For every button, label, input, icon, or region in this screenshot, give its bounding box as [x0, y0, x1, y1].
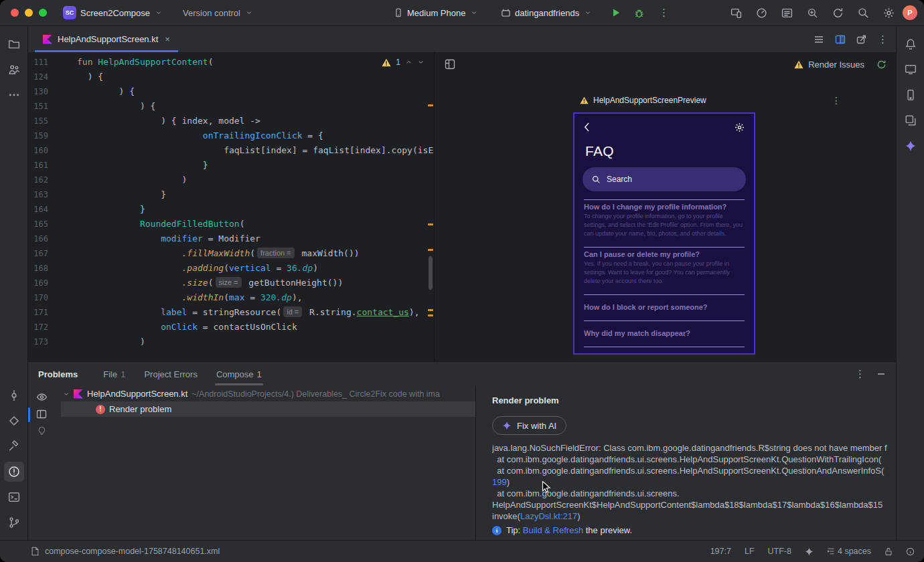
- pull-requests-icon[interactable]: [4, 60, 24, 80]
- device-manager-icon[interactable]: [901, 85, 921, 105]
- gemini-icon[interactable]: [901, 136, 921, 156]
- problems-file-path: ~/AndroidStudioProjects/4.) Deliverables…: [191, 389, 440, 399]
- warning-stripe[interactable]: [428, 104, 433, 106]
- project-name: Screen2Compose: [80, 8, 150, 18]
- preview-more-vert-icon[interactable]: ⋮: [832, 95, 841, 106]
- problems-tab-compose[interactable]: Compose1: [216, 362, 262, 386]
- lock-icon[interactable]: [884, 547, 893, 556]
- error-icon: !: [96, 405, 105, 414]
- device-selector[interactable]: Medium Phone: [394, 0, 477, 25]
- panel-divider[interactable]: [475, 386, 476, 541]
- vcs-selector[interactable]: Version control: [183, 0, 252, 25]
- close-tab-icon[interactable]: ×: [165, 34, 170, 44]
- render-problem-row[interactable]: ! Render problem: [61, 401, 475, 417]
- problems-file-row[interactable]: HelpAndSupportScreen.kt ~/AndroidStudioP…: [55, 386, 475, 401]
- search-placeholder: Search: [607, 175, 632, 184]
- more-actions-button[interactable]: ⋮: [659, 0, 669, 25]
- code-editor[interactable]: 111fun HelpAndSupportContent(124) {130) …: [28, 52, 435, 361]
- search-bar[interactable]: Search: [583, 167, 746, 191]
- device-mirror-icon[interactable]: [730, 7, 742, 19]
- detach-editor-icon[interactable]: [856, 34, 867, 45]
- trace-link[interactable]: 199: [492, 477, 507, 487]
- gradle-sync-icon[interactable]: [832, 7, 844, 19]
- prev-problem-icon[interactable]: [405, 60, 412, 65]
- back-icon[interactable]: [584, 122, 590, 132]
- warning-stripe[interactable]: [428, 314, 433, 316]
- inspections-widget[interactable]: 1: [382, 58, 425, 67]
- stack-trace: java.lang.NoSuchFieldError: Class com.ib…: [492, 442, 896, 522]
- run-configuration-selector[interactable]: datingandfriends: [501, 0, 591, 25]
- editor-tab-helpandsupport[interactable]: HelpAndSupportScreen.kt ×: [35, 26, 178, 52]
- problems-tab-file[interactable]: File1: [103, 362, 125, 386]
- build-variants-icon[interactable]: [4, 411, 24, 431]
- app-insights-icon[interactable]: [807, 7, 818, 19]
- fix-with-ai-button[interactable]: Fix with AI: [492, 416, 566, 435]
- project-tool-icon[interactable]: [4, 34, 24, 54]
- render-issues-button[interactable]: Render Issues: [794, 60, 864, 70]
- indent-setting[interactable]: 4 spaces: [827, 547, 871, 556]
- right-activity-bar: [896, 26, 924, 541]
- warning-stripe[interactable]: [428, 309, 433, 311]
- warning-stripe[interactable]: [428, 249, 433, 251]
- settings-gear-icon[interactable]: [735, 122, 745, 132]
- preview-problems-eye-icon[interactable]: [36, 391, 48, 403]
- info-icon: i: [492, 526, 502, 535]
- problems-title: Problems: [38, 369, 78, 379]
- more-tool-windows-icon[interactable]: [4, 85, 24, 105]
- notifications-icon[interactable]: [901, 34, 921, 54]
- editor-scrollbar[interactable]: [429, 256, 433, 290]
- split-editor-icon[interactable]: [835, 34, 846, 45]
- gemini-icon: [502, 421, 512, 430]
- line-ending[interactable]: LF: [745, 547, 755, 556]
- refresh-preview-icon[interactable]: [876, 60, 887, 70]
- problems-panel: Problems File1Project ErrorsCompose1 ⋮ H…: [28, 361, 896, 541]
- phone-preview[interactable]: FAQ Search How do I change my profile in…: [573, 112, 755, 355]
- caret-position[interactable]: 197:7: [710, 547, 731, 556]
- editor-list-icon[interactable]: [814, 34, 824, 45]
- resource-manager-icon[interactable]: [901, 110, 921, 130]
- file-encoding[interactable]: UTF-8: [768, 547, 791, 556]
- more-vert-icon[interactable]: ⋮: [878, 33, 888, 45]
- build-tool-icon[interactable]: [4, 436, 24, 456]
- status-info-icon[interactable]: [906, 547, 915, 556]
- warning-stripe[interactable]: [428, 223, 433, 225]
- preview-title-row[interactable]: HelpAndSupportScreenPreview ⋮: [580, 95, 841, 106]
- logcat-icon[interactable]: [781, 7, 793, 19]
- faq-question[interactable]: Why did my match disappear?: [584, 329, 745, 337]
- close-window-button[interactable]: [11, 9, 19, 17]
- faq-question[interactable]: Can I pause or delete my profile?: [584, 250, 745, 258]
- commit-tool-icon[interactable]: [4, 385, 24, 405]
- search-icon[interactable]: [858, 7, 869, 19]
- faq-list: How do I change my profile information?T…: [584, 199, 745, 353]
- build-refresh-link[interactable]: Build & Refresh: [523, 525, 583, 535]
- settings-gear-icon[interactable]: [883, 7, 895, 19]
- quickfix-lightbulb-icon[interactable]: [37, 426, 47, 436]
- fullscreen-window-button[interactable]: [39, 9, 47, 17]
- faq-question[interactable]: How do I change my profile information?: [584, 203, 745, 211]
- faq-question[interactable]: How do I block or report someone?: [584, 303, 745, 311]
- version-control-icon[interactable]: [4, 512, 24, 533]
- user-avatar[interactable]: P: [903, 5, 917, 20]
- hide-panel-icon[interactable]: [877, 370, 885, 378]
- next-problem-icon[interactable]: [417, 60, 425, 65]
- running-devices-icon[interactable]: [901, 60, 921, 80]
- chevron-down-icon[interactable]: [63, 391, 70, 397]
- statusbar-file[interactable]: compose-compose-model-1758748140651.xml: [31, 547, 220, 556]
- problems-tool-icon[interactable]: [4, 462, 24, 482]
- indent-icon: [827, 547, 835, 555]
- panel-more-vert-icon[interactable]: ⋮: [855, 368, 865, 380]
- open-details-view-icon[interactable]: [36, 409, 47, 419]
- statusbar-file-name: compose-compose-model-1758748140651.xml: [45, 547, 220, 556]
- project-selector[interactable]: SC Screen2Compose: [63, 0, 162, 25]
- terminal-tool-icon[interactable]: [4, 487, 24, 507]
- problems-tree: HelpAndSupportScreen.kt ~/AndroidStudioP…: [55, 386, 475, 541]
- debug-button[interactable]: [633, 0, 645, 25]
- trace-link[interactable]: LazyDsl.kt:217: [520, 511, 577, 521]
- problems-tab-project-errors[interactable]: Project Errors: [144, 362, 197, 386]
- gemini-status-icon[interactable]: [805, 547, 814, 556]
- fix-with-ai-label: Fix with AI: [517, 421, 556, 431]
- minimize-window-button[interactable]: [25, 9, 33, 17]
- preview-layout-icon[interactable]: [445, 59, 455, 70]
- run-button[interactable]: [611, 0, 621, 25]
- profiler-icon[interactable]: [756, 7, 767, 19]
